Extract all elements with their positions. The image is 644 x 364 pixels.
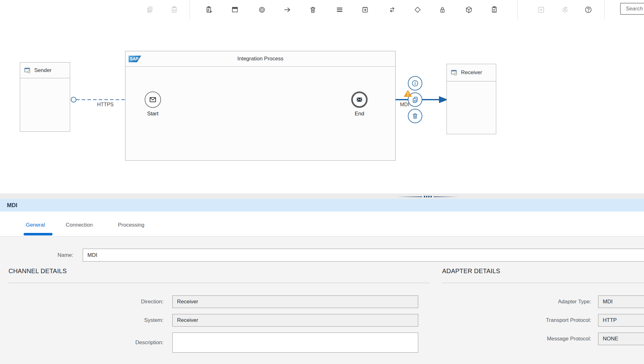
add-step-icon <box>205 6 213 14</box>
gateway-button[interactable] <box>411 3 424 16</box>
panel-tabs: General Connection Processing <box>0 212 644 236</box>
transport-protocol-label: Transport Protocol: <box>513 317 591 323</box>
sender-label: Sender <box>34 67 52 74</box>
restart-icon <box>561 6 569 14</box>
info-icon <box>411 79 419 87</box>
message-protocol-label: Message Protocol: <box>513 336 591 342</box>
package-button[interactable] <box>463 3 475 16</box>
panel-splitter <box>0 194 644 199</box>
sequence-flow-icon <box>283 6 291 14</box>
target-icon <box>258 6 266 14</box>
system-icon <box>450 69 458 76</box>
panel-title: MDI <box>7 199 17 212</box>
adapter-details-rule <box>442 283 644 283</box>
lock-icon <box>438 6 447 14</box>
message-end-icon <box>355 96 364 103</box>
info-button[interactable] <box>408 76 422 91</box>
delete-button[interactable] <box>307 3 319 16</box>
name-input[interactable] <box>83 249 644 262</box>
paste-button <box>168 3 180 16</box>
start-event[interactable] <box>145 91 161 108</box>
toolbar-items <box>0 0 644 19</box>
sender-port[interactable] <box>71 97 76 102</box>
local-process-icon <box>361 6 369 14</box>
restart-button <box>559 3 571 16</box>
splitter-handle[interactable] <box>397 196 458 198</box>
toolbar-separator <box>190 0 190 19</box>
receiver-label: Receiver <box>461 69 482 76</box>
toolbar-separator <box>604 0 605 19</box>
copy-icon <box>146 6 154 14</box>
end-event[interactable] <box>351 91 368 108</box>
gateway-icon <box>414 6 422 14</box>
flow-canvas: Sender SAP Integration Process HTTPS Sta… <box>0 19 644 194</box>
package-icon <box>465 6 473 14</box>
channel-details-rule <box>8 283 429 283</box>
delete-icon <box>309 6 317 14</box>
system-label: System: <box>88 317 164 323</box>
participant-button[interactable] <box>229 3 241 16</box>
description-label: Description: <box>88 339 164 346</box>
target-button[interactable] <box>256 3 268 16</box>
help-button[interactable] <box>582 3 595 16</box>
validate-button[interactable] <box>488 3 501 16</box>
lock-button[interactable] <box>436 3 449 16</box>
toolbar-separator <box>517 0 518 19</box>
validate-icon <box>490 6 498 14</box>
system-value: Receiver <box>172 314 418 327</box>
message-protocol-value: NONE <box>598 333 644 345</box>
panel-content: Name: CHANNEL DETAILS ADAPTER DETAILS Di… <box>0 236 644 364</box>
receiver-flow-name-label: MDI <box>400 102 409 108</box>
sender-flow-protocol-label: HTTPS <box>93 102 118 108</box>
direction-label: Direction: <box>88 299 164 305</box>
search-input[interactable] <box>620 3 644 15</box>
trash-icon <box>411 112 419 120</box>
simulate-button <box>535 3 547 16</box>
direction-value: Receiver <box>172 295 418 308</box>
message-start-icon <box>148 96 157 103</box>
delete-element-button[interactable] <box>408 109 422 123</box>
sender-box[interactable]: Sender <box>20 62 70 132</box>
menu-icon <box>336 6 344 14</box>
cpi-flow-editor: Sender SAP Integration Process HTTPS Sta… <box>0 0 644 364</box>
exchange-icon <box>388 6 396 14</box>
integration-process-header: SAP Integration Process <box>125 51 395 67</box>
tab-processing[interactable]: Processing <box>118 222 144 228</box>
sequence-flow-button[interactable] <box>281 3 294 16</box>
local-process-button[interactable] <box>359 3 371 16</box>
adapter-type-value: MDI <box>598 295 644 308</box>
add-step-button[interactable] <box>203 3 215 16</box>
paste-icon <box>170 6 178 14</box>
end-event-label: End <box>347 111 372 117</box>
help-icon <box>584 6 592 14</box>
channel-details-title: CHANNEL DETAILS <box>8 267 67 275</box>
system-icon <box>24 67 31 74</box>
warning-icon <box>404 90 412 98</box>
copy-button <box>144 3 156 16</box>
tab-connection[interactable]: Connection <box>66 222 93 228</box>
exchange-button[interactable] <box>386 3 398 16</box>
start-event-label: Start <box>140 111 165 117</box>
integration-process-title: Integration Process <box>125 56 395 62</box>
active-tab-indicator <box>24 233 53 235</box>
properties-panel-header: MDI <box>0 199 644 212</box>
participant-icon <box>231 6 239 14</box>
name-label: Name: <box>29 252 73 258</box>
menu-button[interactable] <box>333 3 346 16</box>
adapter-details-title: ADAPTER DETAILS <box>442 267 500 275</box>
receiver-box[interactable]: Receiver <box>447 64 496 134</box>
toolbar <box>0 0 644 20</box>
simulate-icon <box>537 6 545 14</box>
copy-icon <box>411 96 419 104</box>
adapter-type-label: Adapter Type: <box>513 299 591 305</box>
tab-general[interactable]: General <box>26 222 45 228</box>
transport-protocol-value: HTTP <box>598 314 644 327</box>
description-input[interactable] <box>172 333 418 353</box>
